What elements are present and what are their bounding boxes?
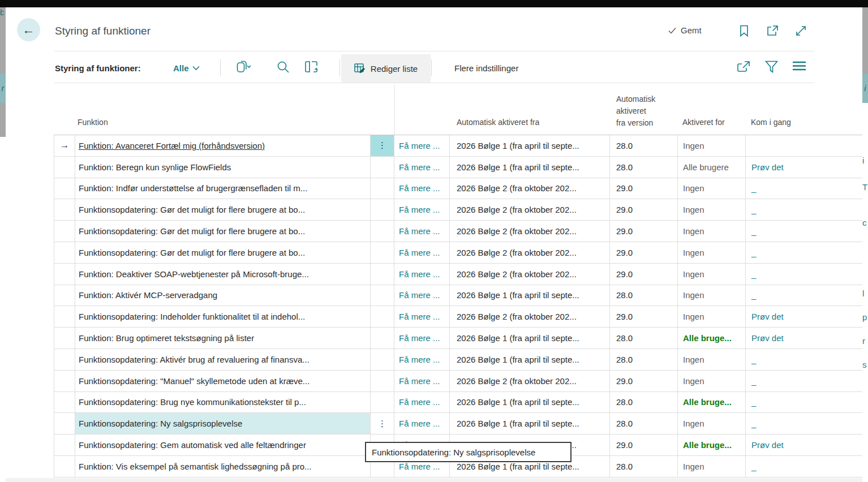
learn-more-link[interactable]: Få mere ... (394, 371, 450, 391)
enabled-for-cell[interactable]: Ingen (678, 264, 746, 285)
learn-more-link[interactable]: Få mere ... (394, 392, 450, 413)
row-menu-cell[interactable]: ⋮ (371, 264, 394, 285)
enabled-for-cell[interactable]: Ingen (678, 199, 746, 220)
feature-name-cell[interactable]: Funktion: Avanceret Fortæl mig (forhånds… (75, 135, 371, 156)
row-menu-cell[interactable]: ⋮ (371, 371, 394, 391)
get-started-cell[interactable]: _ (746, 371, 862, 391)
feature-name-cell[interactable]: Funktion: Brug optimeret tekstsøgning på… (75, 328, 371, 348)
feature-name-cell[interactable]: Funktion: Aktivér MCP-serveradgang (75, 285, 371, 306)
get-started-cell[interactable]: Prøv det (746, 328, 862, 348)
learn-more-link[interactable]: Få mere ... (394, 178, 450, 199)
feature-name-cell[interactable]: Funktion: Indfør understøttelse af bruge… (75, 178, 371, 199)
enabled-for-cell[interactable]: Ingen (678, 306, 746, 327)
column-header-enabled-for[interactable]: Aktiveret for (682, 118, 725, 127)
ellipsis-icon[interactable]: ⋮ (378, 419, 386, 429)
feature-name-cell[interactable]: Funktion: Vis eksempel på semantisk ligh… (75, 456, 371, 477)
back-button[interactable]: ← (17, 18, 40, 41)
share-button[interactable] (737, 61, 750, 73)
get-started-cell[interactable]: _ (746, 285, 862, 306)
filter-button[interactable] (765, 61, 778, 73)
feature-name-cell[interactable]: Funktionsopdatering: Indeholder funktion… (75, 306, 371, 327)
edit-list-button[interactable]: Rediger liste (341, 54, 431, 83)
enabled-for-cell[interactable]: Ingen (678, 285, 746, 306)
table-row[interactable]: Funktionsopdatering: Indeholder funktion… (54, 306, 862, 328)
view-filter-dropdown[interactable]: Alle (173, 63, 200, 73)
table-row[interactable]: Funktion: Avanceret Fortæl mig (forhånds… (54, 135, 862, 157)
feature-name-cell[interactable]: Funktion: Beregn kun synlige FlowFields (75, 157, 371, 178)
feature-name-cell[interactable]: Funktionsopdatering: Aktivér brug af rev… (75, 349, 371, 370)
enabled-for-cell[interactable]: Ingen (678, 242, 746, 263)
feature-name-cell[interactable]: Funktion: Deaktiver SOAP-webtjenester på… (75, 264, 371, 285)
table-row[interactable]: Funktionsopdatering: Ny salgsprisoplevel… (54, 413, 862, 434)
bookmark-button[interactable] (737, 24, 751, 37)
row-menu-cell[interactable]: ⋮ (371, 157, 394, 178)
column-header-get-started[interactable]: Kom i gang (751, 118, 791, 127)
get-started-cell[interactable]: _ (746, 456, 862, 477)
enabled-for-cell[interactable]: Alle brugere (678, 157, 746, 178)
enabled-for-cell[interactable]: Ingen (678, 178, 746, 199)
table-row[interactable]: Funktionsopdatering: Gør det muligt for … (54, 199, 862, 221)
expand-button[interactable] (794, 24, 807, 37)
open-in-new-window-button[interactable] (766, 24, 779, 37)
feature-name-cell[interactable]: Funktionsopdatering: Gør det muligt for … (75, 242, 371, 263)
get-started-cell[interactable]: Prøv det (746, 306, 862, 327)
learn-more-link[interactable]: Få mere ... (394, 157, 450, 178)
row-menu-cell[interactable]: ⋮ (371, 199, 394, 220)
learn-more-link[interactable]: Få mere ... (394, 264, 450, 285)
enabled-for-cell[interactable]: Ingen (678, 349, 746, 370)
learn-more-link[interactable]: Få mere ... (394, 285, 450, 306)
learn-more-link[interactable]: Få mere ... (394, 135, 450, 156)
learn-more-link[interactable]: Få mere ... (394, 349, 450, 370)
get-started-cell[interactable]: Prøv det (746, 434, 862, 455)
enabled-for-cell[interactable]: Alle bruge... (678, 392, 746, 413)
get-started-cell[interactable]: _ (746, 242, 862, 263)
learn-more-link[interactable]: Få mere ... (394, 221, 450, 242)
table-row[interactable]: Funktion: Deaktiver SOAP-webtjenester på… (54, 264, 862, 285)
get-started-cell[interactable] (746, 135, 862, 156)
row-menu-cell[interactable]: ⋮ (371, 135, 394, 156)
get-started-cell[interactable]: _ (746, 264, 862, 285)
row-menu-cell[interactable]: ⋮ (371, 306, 394, 327)
enabled-for-cell[interactable]: Ingen (678, 413, 746, 434)
table-row[interactable]: Funktionsopdatering: Gør det muligt for … (54, 221, 862, 242)
list-view-button[interactable] (793, 61, 806, 71)
get-started-cell[interactable]: _ (746, 349, 862, 370)
enabled-for-cell[interactable]: Alle bruge... (678, 434, 746, 455)
get-started-cell[interactable]: _ (746, 392, 862, 413)
ellipsis-icon[interactable]: ⋮ (378, 140, 386, 150)
feature-name-cell[interactable]: Funktionsopdatering: Brug nye kommunikat… (75, 392, 371, 413)
enabled-for-cell[interactable]: Ingen (678, 371, 746, 391)
learn-more-link[interactable]: Få mere ... (394, 413, 450, 434)
row-menu-cell[interactable]: ⋮ (371, 328, 394, 348)
column-header-auto-version[interactable]: Automatisk aktiveret fra version (616, 93, 655, 129)
table-row[interactable]: Funktionsopdatering: Brug nye kommunikat… (54, 392, 862, 414)
column-header-auto-from[interactable]: Automatisk aktiveret fra (457, 118, 539, 127)
row-menu-cell[interactable]: ⋮ (371, 221, 394, 242)
analysis-mode-button[interactable] (304, 61, 318, 74)
table-row[interactable]: Funktion: Brug optimeret tekstsøgning på… (54, 328, 862, 349)
get-started-cell[interactable]: Prøv det (746, 157, 862, 178)
row-menu-cell[interactable]: ⋮ (371, 413, 394, 434)
row-menu-cell[interactable]: ⋮ (371, 349, 394, 370)
learn-more-link[interactable]: Få mere ... (394, 242, 450, 263)
view-options-button[interactable] (237, 61, 251, 74)
table-row[interactable]: Funktionsopdatering: Aktivér brug af rev… (54, 349, 862, 371)
feature-name-cell[interactable]: Funktionsopdatering: Gem automatisk ved … (75, 434, 371, 455)
feature-name-cell[interactable]: Funktionsopdatering: "Manuel" skyllemeto… (75, 371, 371, 391)
get-started-cell[interactable]: _ (746, 178, 862, 199)
enabled-for-cell[interactable]: Alle bruge... (678, 328, 746, 348)
learn-more-link[interactable]: Få mere ... (394, 306, 450, 327)
row-menu-cell[interactable]: ⋮ (371, 285, 394, 306)
enabled-for-cell[interactable]: Ingen (678, 456, 746, 477)
learn-more-link[interactable]: Få mere ... (394, 328, 450, 348)
enabled-for-cell[interactable]: Ingen (678, 221, 746, 242)
table-row[interactable]: Funktion: Beregn kun synlige FlowFields … (54, 157, 862, 178)
feature-name-cell[interactable]: Funktionsopdatering: Ny salgsprisoplevel… (75, 413, 371, 434)
more-settings-button[interactable]: Flere indstillinger (454, 63, 518, 73)
table-row[interactable]: Funktionsopdatering: "Manuel" skyllemeto… (54, 371, 862, 392)
table-row[interactable]: Funktion: Aktivér MCP-serveradgang ⋮ Få … (54, 285, 862, 307)
learn-more-link[interactable]: Få mere ... (394, 199, 450, 220)
column-header-funktion[interactable]: Funktion (78, 118, 108, 127)
get-started-cell[interactable]: _ (746, 199, 862, 220)
row-menu-cell[interactable]: ⋮ (371, 178, 394, 199)
